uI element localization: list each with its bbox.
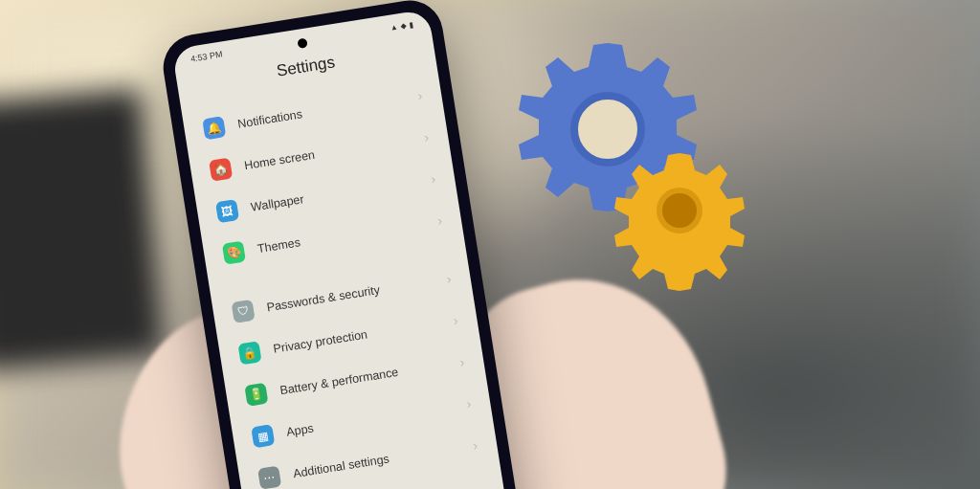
status-time: 4:53 PM [189,50,223,64]
signal-icon: ▲ [390,22,398,32]
palette-icon: 🎨 [222,241,246,265]
chevron-right-icon: › [458,354,465,370]
grid-icon: ▦ [251,424,275,448]
chevron-right-icon: › [423,129,430,145]
status-icons: ▲ ◆ ▮ [390,19,413,32]
battery-icon: 🔋 [244,383,268,407]
wifi-icon: ◆ [400,21,407,31]
chevron-right-icon: › [430,170,436,187]
battery-icon: ▮ [409,19,413,29]
shield-icon: 🛡 [232,300,256,323]
background-box [0,88,165,371]
chevron-right-icon: › [472,437,479,454]
chevron-right-icon: › [446,271,453,287]
bell-icon: 🔔 [202,116,226,140]
dots-icon: ⋯ [257,466,281,489]
home-icon: 🏠 [209,158,233,182]
chevron-right-icon: › [465,395,472,411]
lock-icon: 🔒 [237,341,261,365]
chevron-right-icon: › [436,212,443,229]
chevron-right-icon: › [416,87,423,103]
chevron-right-icon: › [452,313,458,329]
image-icon: 🖼 [215,199,239,223]
